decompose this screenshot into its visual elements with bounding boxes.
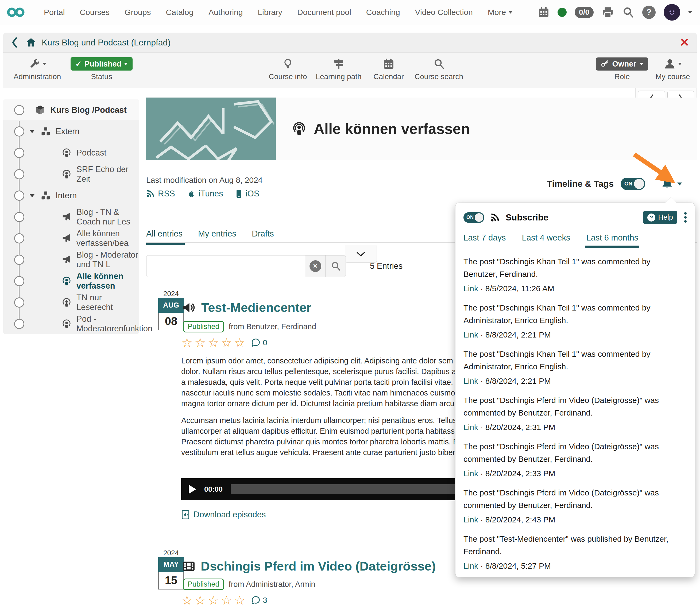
role-owner-button[interactable]: Owner [596,57,648,71]
nav-portal[interactable]: Portal [36,8,72,17]
sidebar-item-alle-koennen-verfassen-bea[interactable]: Alle können verfassen/bea [3,228,139,249]
subscribe-toggle[interactable]: ON [464,212,484,223]
calendar-icon[interactable] [538,6,550,18]
tab-my-entries[interactable]: My entries [198,229,236,244]
entries-count: 5 Entries [370,261,402,271]
sidebar-item-kurs-blog-podcast[interactable]: Kurs Blog /Podcast [3,99,139,121]
nav-authoring[interactable]: Authoring [201,8,250,17]
itunes-link[interactable]: iTunes [188,189,223,199]
course-search-button[interactable]: Course search [408,56,470,81]
notification-date: 8/20/2024, 2:43 PM [485,515,555,524]
learning-path-button[interactable]: Learning path [309,56,368,81]
course-tree-sidebar: Kurs Blog /Podcast Extern Podcast SRF Ec… [3,99,139,334]
sidebar-item-tn-nur-leserecht[interactable]: TN nur Leserecht [3,292,139,313]
notifications-bell-button[interactable] [661,178,682,190]
post-title-link[interactable]: Dschingis Pferd im Video (Dateigrösse) [201,559,436,574]
notification-item: The post "Test-Mediencenter" was publish… [464,533,685,571]
course-cube-icon [35,105,45,116]
sidebar-item-extern[interactable]: Extern [3,121,139,142]
progress-node [14,212,24,222]
chevron-down-icon [509,11,512,14]
clear-search-button[interactable]: ✕ [305,255,325,277]
nav-document-pool[interactable]: Document pool [290,8,359,17]
home-icon[interactable] [26,37,36,48]
role-control: Owner Role [596,56,648,81]
tree-collapse-icon[interactable] [29,194,35,197]
notification-date: 8/8/2024, 2:21 PM [485,377,551,385]
calendar-button[interactable]: Calendar [367,56,410,81]
tab-last-7-days[interactable]: Last 7 days [464,233,506,247]
help-button[interactable]: ? Help [643,211,677,224]
nav-library[interactable]: Library [250,8,290,17]
tree-collapse-icon[interactable] [29,130,35,133]
search-icon [433,58,445,70]
tab-last-4-weeks[interactable]: Last 4 weeks [522,233,570,247]
help-icon[interactable]: ? [642,6,656,19]
comments-link[interactable]: 3 [251,596,267,605]
toggle-knob [475,213,483,222]
breadcrumb-title[interactable]: Kurs Blog und Podcast (Lernpfad) [42,38,171,48]
course-info-button[interactable]: Course info [264,56,312,81]
sidebar-item-podcast[interactable]: Podcast [3,142,139,163]
play-button[interactable] [189,485,196,494]
status-published-button[interactable]: ✓ Published [71,57,133,71]
post-rating-row: ☆☆☆☆☆ 0 [181,335,267,350]
chevron-down-icon [677,182,682,185]
chevron-down-icon[interactable] [688,11,692,14]
nav-more[interactable]: More [480,8,520,17]
megaphone-icon [61,212,72,222]
podcast-icon [291,121,307,136]
notification-link[interactable]: Link [464,515,478,524]
calendar-icon [383,58,395,70]
star-rating[interactable]: ☆☆☆☆☆ [181,335,247,350]
sidebar-item-pod-moderatorenfunktion[interactable]: Pod - Moderatorenfunktion [3,313,139,334]
nav-coaching[interactable]: Coaching [359,8,407,17]
rss-icon [490,213,500,222]
back-chevron-icon[interactable] [11,36,19,48]
notification-link[interactable]: Link [464,377,478,385]
nav-video-collection[interactable]: Video Collection [407,8,480,17]
sidebar-item-blog-tn-coach[interactable]: Blog - TN & Coach nur Les [3,206,139,228]
notification-link[interactable]: Link [464,330,478,339]
notification-link[interactable]: Link [464,423,478,432]
rss-link[interactable]: RSS [146,189,175,199]
tab-drafts[interactable]: Drafts [252,229,274,244]
download-episodes-link[interactable]: Download episodes [181,510,266,520]
timeline-tags-label: Timeline & Tags [547,179,614,189]
node-title-text: Alle können verfassen [314,120,470,137]
avatar[interactable] [664,4,680,21]
search-entries-input[interactable] [147,255,305,277]
notification-link[interactable]: Link [464,284,478,293]
sidebar-item-intern[interactable]: Intern [3,185,139,206]
administration-menu[interactable]: Administration [12,56,62,81]
openolat-logo-icon[interactable] [7,7,25,18]
post-title-link[interactable]: Test-Mediencenter [201,300,311,315]
progress-node [14,105,24,115]
notification-link[interactable]: Link [464,469,478,478]
kebab-menu-icon[interactable] [684,212,686,223]
comment-bubble-icon [251,596,260,605]
search-icon[interactable] [622,6,634,19]
tab-last-6-months[interactable]: Last 6 months [586,233,638,247]
sidebar-item-srf-echo-der-zeit[interactable]: SRF Echo der Zeit [3,163,139,185]
sidebar-item-blog-moderator-tn[interactable]: Blog - Moderator und TN L [3,249,139,271]
close-icon[interactable]: ✕ [679,36,689,48]
tab-all-entries[interactable]: All entries [146,229,182,244]
progress-node [14,169,24,179]
my-course-menu[interactable]: My course [650,56,696,81]
notification-item: The post "Dschingis Pferd im Video (Date… [464,394,685,432]
nav-groups[interactable]: Groups [117,8,158,17]
search-submit-button[interactable] [325,255,346,277]
ios-link[interactable]: iOS [235,189,259,199]
star-rating[interactable]: ☆☆☆☆☆ [181,593,247,605]
notification-item: The post "Dschingis Pferd im Video (Date… [464,486,685,524]
notification-date: 8/5/2024, 11:26 AM [485,284,554,293]
comments-link[interactable]: 0 [251,338,267,347]
notification-link[interactable]: Link [464,561,478,570]
sidebar-item-alle-koennen-verfassen[interactable]: Alle können verfassen [3,271,139,292]
nav-courses[interactable]: Courses [72,8,117,17]
node-title: Alle können verfassen [276,98,470,160]
print-icon[interactable] [602,6,614,19]
nav-catalog[interactable]: Catalog [158,8,201,17]
timeline-tags-toggle[interactable]: ON [621,178,645,190]
